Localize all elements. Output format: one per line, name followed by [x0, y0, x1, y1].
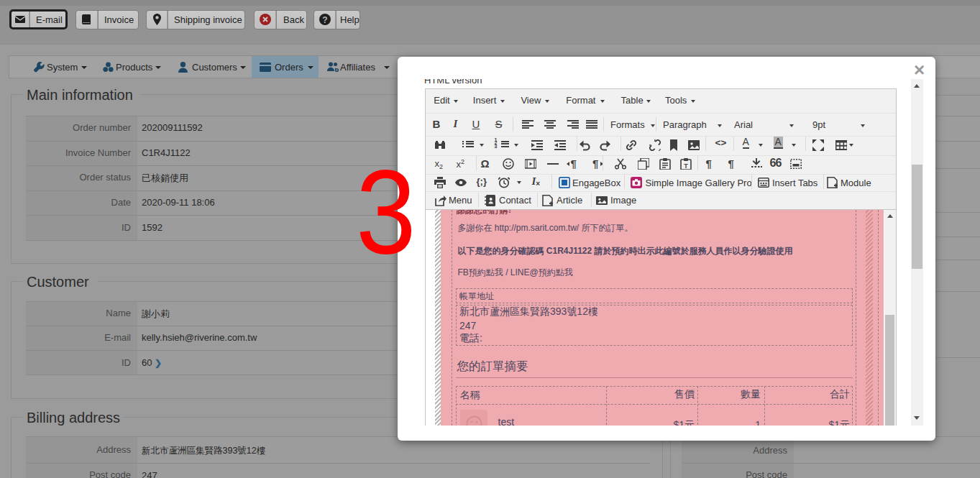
svg-text:T: T	[684, 162, 688, 170]
svg-text:?: ?	[322, 15, 327, 25]
